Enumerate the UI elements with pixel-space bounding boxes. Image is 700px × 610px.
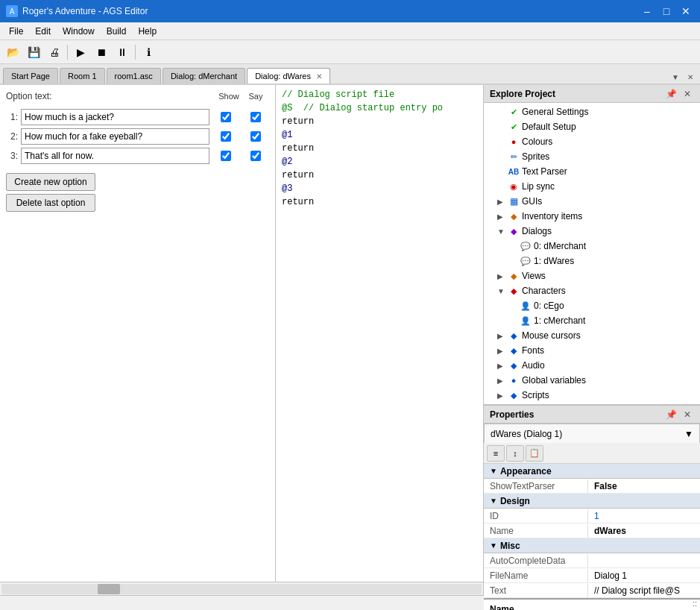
tree-item-scripts[interactable]: ▶ ◆ Scripts bbox=[485, 388, 699, 403]
tab-close-icon[interactable]: ✕ bbox=[316, 72, 322, 81]
option-input-1[interactable] bbox=[21, 109, 209, 125]
tree-item-audio[interactable]: ▶ ◆ Audio bbox=[485, 358, 699, 373]
props-desc-btn[interactable]: 📋 bbox=[526, 445, 543, 462]
tree-item-cego[interactable]: 👤 0: cEgo bbox=[485, 298, 699, 313]
option-text-label: Option text: bbox=[6, 91, 215, 101]
right-panel: Explore Project 📌 ✕ ✔ General Settings ✔… bbox=[484, 85, 700, 595]
option-show-check-1[interactable] bbox=[221, 112, 231, 122]
tab-start-page[interactable]: Start Page bbox=[3, 68, 58, 84]
prop-value-id[interactable]: 1 bbox=[588, 509, 700, 523]
menu-window[interactable]: Window bbox=[57, 25, 101, 38]
guis-expand-icon[interactable]: ▶ bbox=[497, 198, 508, 206]
menu-file[interactable]: File bbox=[3, 25, 29, 38]
menu-build[interactable]: Build bbox=[101, 25, 133, 38]
menu-help[interactable]: Help bbox=[132, 25, 163, 38]
options-buttons: Create new option Delete last option bbox=[6, 173, 269, 212]
tab-dmerchant[interactable]: Dialog: dMerchant bbox=[163, 68, 245, 84]
option-input-2[interactable] bbox=[21, 128, 209, 145]
close-button[interactable]: ✕ bbox=[678, 3, 694, 19]
toolbar-pause[interactable]: ⏸ bbox=[113, 43, 132, 62]
explore-panel: Explore Project 📌 ✕ ✔ General Settings ✔… bbox=[484, 85, 700, 405]
dialogs-expand-icon[interactable]: ▼ bbox=[497, 227, 508, 236]
tree-item-fonts[interactable]: ▶ ◆ Fonts bbox=[485, 343, 699, 358]
inventory-expand-icon[interactable]: ▶ bbox=[497, 213, 508, 221]
option-num-1: 1: bbox=[6, 112, 18, 122]
tree-item-mouse-cursors[interactable]: ▶ ◆ Mouse cursors bbox=[485, 328, 699, 343]
fonts-expand-icon[interactable]: ▶ bbox=[497, 347, 508, 355]
tree-label: 1: dWares bbox=[534, 256, 574, 266]
properties-close-btn[interactable]: ✕ bbox=[681, 408, 694, 421]
tree-item-characters[interactable]: ▼ ◆ Characters bbox=[485, 283, 699, 298]
option-row-2: 2: bbox=[6, 128, 269, 145]
tree-item-global-variables[interactable]: ▶ ● Global variables bbox=[485, 373, 699, 388]
explore-pin-btn[interactable]: 📌 bbox=[664, 87, 678, 101]
tab-room1asc[interactable]: room1.asc bbox=[107, 68, 161, 84]
create-option-button[interactable]: Create new option bbox=[6, 173, 95, 191]
tree-item-default-setup[interactable]: ✔ Default Setup bbox=[485, 119, 699, 134]
script-line-7: return bbox=[282, 169, 477, 182]
menu-edit[interactable]: Edit bbox=[29, 25, 57, 38]
tab-dwares[interactable]: Dialog: dWares ✕ bbox=[247, 68, 330, 84]
dialogs-icon: ◆ bbox=[508, 225, 520, 237]
tree-item-inventory[interactable]: ▶ ◆ Inventory items bbox=[485, 209, 699, 224]
tree-label: Sprites bbox=[522, 151, 549, 162]
tabs-close-btn[interactable]: ✕ bbox=[684, 70, 697, 84]
audio-expand-icon[interactable]: ▶ bbox=[497, 362, 508, 370]
props-categorized-btn[interactable]: ≡ bbox=[487, 445, 505, 462]
toolbar-open[interactable]: 📂 bbox=[3, 43, 22, 62]
mouse-expand-icon[interactable]: ▶ bbox=[497, 332, 508, 340]
tree-item-dwares[interactable]: 💬 1: dWares bbox=[485, 254, 699, 268]
minimize-button[interactable]: – bbox=[639, 3, 655, 19]
tree-item-general-settings[interactable]: ✔ General Settings bbox=[485, 104, 699, 119]
explore-close-btn[interactable]: ✕ bbox=[681, 87, 694, 101]
tree-item-cmerchant[interactable]: 👤 1: cMerchant bbox=[485, 313, 699, 328]
toolbar-print[interactable]: 🖨 bbox=[45, 43, 64, 62]
section-expand-icon: ▼ bbox=[490, 541, 497, 550]
option-say-check-1[interactable] bbox=[250, 112, 261, 122]
prop-value-text[interactable]: // Dialog script file@S bbox=[588, 584, 700, 597]
toolbar-save[interactable]: 💾 bbox=[24, 43, 43, 62]
tabs-controls: ▼ ✕ bbox=[669, 70, 700, 84]
prop-value-filename[interactable]: Dialog 1 bbox=[588, 569, 700, 582]
lip-sync-icon: ◉ bbox=[508, 180, 520, 192]
tree-item-views[interactable]: ▶ ◆ Views bbox=[485, 268, 699, 283]
delete-option-button[interactable]: Delete last option bbox=[6, 194, 95, 212]
tree-item-dmerchant[interactable]: 💬 0: dMerchant bbox=[485, 239, 699, 254]
script-panel[interactable]: // Dialog script file @S // Dialog start… bbox=[276, 85, 483, 582]
tree-label: Fonts bbox=[522, 345, 544, 356]
scrollbar-thumb[interactable] bbox=[98, 584, 120, 594]
option-input-3[interactable] bbox=[21, 148, 209, 164]
scripts-expand-icon[interactable]: ▶ bbox=[497, 392, 508, 400]
props-alphabetical-btn[interactable]: ↕ bbox=[506, 445, 524, 462]
option-show-check-3[interactable] bbox=[221, 151, 231, 161]
prop-value-name[interactable]: dWares bbox=[588, 524, 700, 538]
properties-pin-btn[interactable]: 📌 bbox=[664, 408, 678, 421]
toolbar-run[interactable]: ▶ bbox=[71, 43, 90, 62]
editor-panel: Option text: Show Say 1: 2: bbox=[0, 85, 484, 595]
tree-item-colours[interactable]: ● Colours bbox=[485, 134, 699, 149]
toolbar-info[interactable]: ℹ bbox=[139, 43, 158, 62]
prop-value-autocomplete[interactable] bbox=[588, 559, 700, 562]
tree-item-text-parser[interactable]: AB Text Parser bbox=[485, 164, 699, 179]
option-say-3 bbox=[242, 151, 269, 161]
properties-dropdown[interactable]: dWares (Dialog 1) ▼ bbox=[484, 424, 700, 443]
tree-label: GUIs bbox=[522, 196, 542, 207]
option-num-3: 3: bbox=[6, 151, 18, 161]
toolbar-stop[interactable]: ⏹ bbox=[92, 43, 111, 62]
tree-item-dialogs[interactable]: ▼ ◆ Dialogs bbox=[485, 224, 699, 239]
option-say-check-2[interactable] bbox=[250, 131, 261, 142]
characters-expand-icon[interactable]: ▼ bbox=[497, 287, 508, 295]
tree-item-sprites[interactable]: ✏ Sprites bbox=[485, 149, 699, 164]
tree-item-lip-sync[interactable]: ◉ Lip sync bbox=[485, 179, 699, 194]
tabs-dropdown-btn[interactable]: ▼ bbox=[669, 70, 682, 84]
option-show-check-2[interactable] bbox=[221, 131, 231, 142]
maximize-button[interactable]: □ bbox=[658, 3, 675, 19]
views-expand-icon[interactable]: ▶ bbox=[497, 272, 508, 280]
horizontal-scrollbar[interactable] bbox=[0, 582, 483, 595]
option-say-check-3[interactable] bbox=[250, 151, 261, 161]
tree-label: Characters bbox=[522, 286, 566, 296]
tree-item-guis[interactable]: ▶ ▦ GUIs bbox=[485, 194, 699, 209]
global-expand-icon[interactable]: ▶ bbox=[497, 377, 508, 385]
tab-room1[interactable]: Room 1 bbox=[60, 68, 105, 84]
prop-value-showtextparser[interactable]: False bbox=[588, 479, 700, 493]
